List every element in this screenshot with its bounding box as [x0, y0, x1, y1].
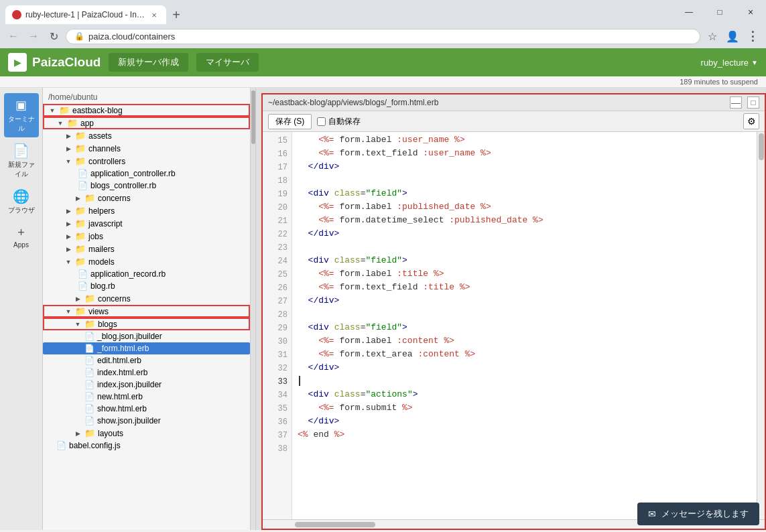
tree-item-blogs-controller[interactable]: 📄 blogs_controller.rb [43, 180, 250, 192]
tree-item-blog-rb[interactable]: 📄 blog.rb [43, 280, 250, 292]
tree-item-models[interactable]: ▼ 📁 models [43, 255, 250, 268]
tree-item-assets[interactable]: ▶ 📁 assets [43, 129, 250, 142]
tree-item-label: concerns [98, 194, 131, 203]
active-tab[interactable]: ruby-lecture-1 | PaizaCloud - Ins... × [5, 5, 166, 24]
tree-item-eastback-blog[interactable]: ▼ 📁 eastback-blog [43, 104, 250, 117]
tree-item-show-html[interactable]: 📄 show.html.erb [43, 403, 250, 415]
menu-btn[interactable]: ⋮ [745, 28, 761, 44]
address-bar[interactable]: 🔒 paiza.cloud/containers [66, 29, 700, 44]
file-icon-selected: 📄 [84, 344, 94, 353]
tree-item-javascript[interactable]: ▶ 📁 javascript [43, 217, 250, 230]
tree-item-application-controller[interactable]: 📄 application_controller.rb [43, 168, 250, 180]
folder-icon: 📁 [75, 257, 86, 267]
nav-forward-btn[interactable]: → [25, 28, 42, 44]
tree-item-edit-html[interactable]: 📄 edit.html.erb [43, 354, 250, 367]
code-content[interactable]: <%= form.label :user_name %> <%= form.te… [292, 132, 757, 519]
tree-item-label: helpers [88, 206, 115, 216]
tree-item-views[interactable]: ▼ 📁 views [43, 305, 250, 318]
autosave-checkbox[interactable] [317, 117, 326, 126]
autosave-label[interactable]: 自動保存 [317, 116, 361, 127]
message-label: メッセージを残します [661, 508, 749, 520]
browser-tool-label: ブラウザ [8, 206, 35, 215]
user-menu[interactable]: ruby_lecture ▼ [701, 58, 758, 68]
file-icon: 📄 [56, 441, 66, 450]
code-line-21: <%= form.datetime_select :published_date… [298, 214, 751, 227]
tree-item-blog-json[interactable]: 📄 _blog.json.jbuilder [43, 330, 250, 342]
editor-title-bar: ~/eastback-blog/app/views/blogs/_form.ht… [263, 94, 765, 111]
message-button[interactable]: ✉ メッセージを残します [637, 503, 759, 525]
editor-vscroll[interactable] [757, 132, 765, 519]
tool-sidebar: ▣ ターミナル 📄 新規ファイル 🌐 ブラウザ + Apps [0, 88, 43, 530]
tree-item-concerns1[interactable]: ▶ 📁 concerns [43, 192, 250, 204]
tree-item-channels[interactable]: ▶ 📁 channels [43, 142, 250, 155]
nav-back-btn[interactable]: ← [5, 28, 21, 44]
tab-close-btn[interactable]: × [149, 10, 159, 20]
file-tree[interactable]: /home/ubuntu ▼ 📁 eastback-blog ▼ 📁 app ▶… [43, 88, 251, 530]
new-file-tool-label: 新規ファイル [5, 160, 38, 179]
tree-item-new-html[interactable]: 📄 new.html.erb [43, 391, 250, 403]
tree-item-label: assets [88, 131, 112, 141]
tree-item-babel-config[interactable]: 📄 babel.config.js [43, 440, 250, 452]
window-minimize-btn[interactable]: — [674, 0, 704, 24]
tree-item-label: concerns [98, 294, 131, 304]
folder-icon: 📁 [67, 118, 78, 128]
code-line-37: <% end %> [298, 428, 751, 442]
tree-item-index-html[interactable]: 📄 index.html.erb [43, 367, 250, 379]
code-line-36: </div> [298, 415, 751, 428]
tree-item-mailers[interactable]: ▶ 📁 mailers [43, 243, 250, 255]
tree-item-concerns2[interactable]: ▶ 📁 concerns [43, 292, 250, 305]
tree-item-label: controllers [88, 157, 125, 166]
code-line-20: <%= form.label :published_date %> [298, 200, 751, 214]
paiza-logo: ▶ PaizaCloud [8, 53, 101, 72]
window-maximize-btn[interactable]: □ [704, 0, 735, 24]
terminal-icon: ▣ [11, 97, 32, 113]
tree-item-label: channels [88, 144, 121, 153]
tree-item-label: blogs [98, 320, 117, 329]
file-icon: 📄 [84, 332, 94, 341]
nav-refresh-btn[interactable]: ↻ [46, 28, 62, 44]
url-text: paiza.cloud/containers [88, 31, 175, 42]
my-server-btn[interactable]: マイサーバ [196, 53, 259, 72]
apps-tool-btn[interactable]: + Apps [4, 223, 39, 251]
tree-scrollbar[interactable] [251, 88, 256, 530]
new-tab-btn[interactable]: + [166, 5, 186, 24]
folder-icon: 📁 [75, 218, 86, 228]
tree-item-controllers[interactable]: ▼ 📁 controllers [43, 155, 250, 168]
profile-btn[interactable]: 👤 [724, 28, 741, 44]
tree-item-helpers[interactable]: ▶ 📁 helpers [43, 204, 250, 217]
tree-item-label: app [80, 119, 94, 128]
bookmark-btn[interactable]: ☆ [704, 28, 720, 44]
save-button[interactable]: 保存 (S) [268, 114, 312, 129]
editor-minimize-btn[interactable]: — [730, 96, 742, 109]
editor-maximize-btn[interactable]: □ [747, 96, 759, 109]
folder-icon: 📁 [75, 143, 86, 153]
tree-item-label: new.html.erb [97, 392, 143, 401]
file-icon: 📄 [84, 404, 94, 413]
gear-button[interactable]: ⚙ [743, 113, 759, 129]
tree-item-form-html[interactable]: 📄 _form.html.erb [43, 342, 250, 354]
folder-icon: 📁 [75, 156, 86, 166]
folder-icon: 📁 [75, 231, 86, 241]
url-secure-icon: 🔒 [74, 31, 84, 41]
file-icon: 📄 [84, 392, 94, 401]
terminal-tool-btn[interactable]: ▣ ターミナル [4, 93, 39, 137]
tree-item-label: eastback-blog [72, 106, 123, 115]
tree-item-label: layouts [98, 429, 123, 438]
folder-icon: 📁 [59, 105, 70, 115]
code-line-15: <%= form.label :user_name %> [298, 133, 751, 147]
root-path: /home/ubuntu [43, 90, 250, 104]
file-icon: 📄 [78, 281, 88, 291]
tree-item-blogs-folder[interactable]: ▼ 📁 blogs [43, 318, 250, 330]
tree-item-jobs[interactable]: ▶ 📁 jobs [43, 230, 250, 243]
window-close-btn[interactable]: × [735, 0, 766, 24]
editor-area: ~/eastback-blog/app/views/blogs/_form.ht… [256, 88, 766, 530]
new-file-tool-btn[interactable]: 📄 新規ファイル [4, 139, 39, 183]
tree-item-show-json[interactable]: 📄 show.json.jbuilder [43, 415, 250, 427]
new-server-btn[interactable]: 新規サーバ作成 [109, 53, 188, 72]
browser-tool-btn[interactable]: 🌐 ブラウザ [4, 184, 39, 219]
tree-item-layouts[interactable]: ▶ 📁 layouts [43, 427, 250, 440]
tree-item-application-record[interactable]: 📄 application_record.rb [43, 268, 250, 280]
tree-item-app[interactable]: ▼ 📁 app [43, 117, 250, 129]
code-line-19: <div class="field"> [298, 187, 751, 200]
tree-item-index-json[interactable]: 📄 index.json.jbuilder [43, 379, 250, 391]
